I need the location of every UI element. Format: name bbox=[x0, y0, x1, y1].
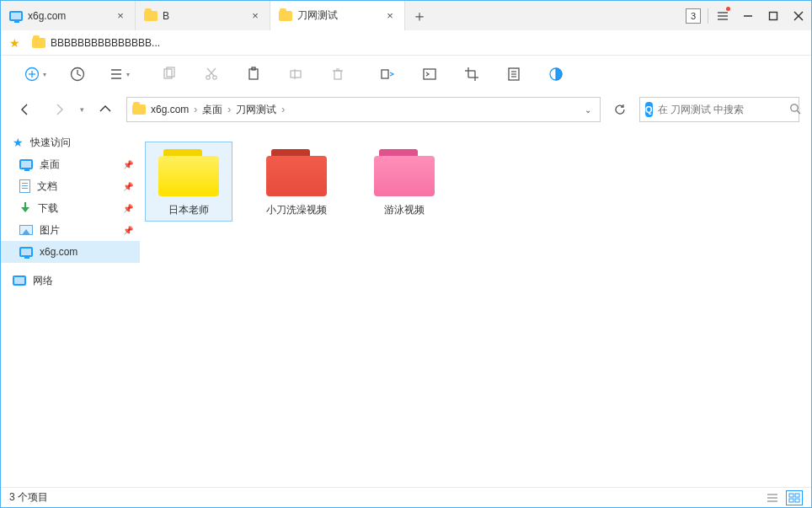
favorite-label: BBBBBBBBBBBBBBB... bbox=[51, 37, 160, 49]
sidebar-item-downloads[interactable]: 下载 📌 bbox=[1, 197, 140, 219]
close-icon[interactable]: × bbox=[249, 10, 261, 22]
details-view-button[interactable] bbox=[764, 490, 781, 505]
folder-icon bbox=[374, 146, 435, 196]
sidebar-item-x6g[interactable]: x6g.com bbox=[1, 241, 140, 263]
rename-button[interactable] bbox=[275, 56, 317, 93]
monitor-icon bbox=[19, 247, 33, 257]
refresh-button[interactable] bbox=[609, 97, 631, 122]
tab-label: B bbox=[163, 10, 244, 22]
status-text: 3 个项目 bbox=[9, 490, 48, 505]
search-box[interactable]: Q bbox=[639, 97, 799, 122]
folder-icon bbox=[144, 9, 158, 23]
folder-item[interactable]: 日本老师 bbox=[145, 142, 232, 222]
sidebar-label: 图片 bbox=[40, 223, 60, 238]
star-icon[interactable]: ★ bbox=[9, 36, 20, 50]
pin-icon: 📌 bbox=[123, 182, 133, 191]
tab-daowang[interactable]: 刀网测试 × bbox=[270, 1, 405, 30]
folder-item[interactable]: 游泳视频 bbox=[361, 142, 448, 222]
folder-label: 游泳视频 bbox=[384, 203, 425, 217]
pin-icon: 📌 bbox=[123, 204, 133, 213]
svg-line-41 bbox=[797, 110, 800, 114]
move-button[interactable] bbox=[366, 56, 409, 93]
search-brand-icon: Q bbox=[645, 102, 653, 117]
theme-button[interactable] bbox=[535, 56, 577, 93]
tab-label: x6g.com bbox=[28, 10, 110, 22]
sidebar-quick-access[interactable]: ★ 快速访问 bbox=[1, 131, 140, 153]
svg-rect-47 bbox=[789, 499, 793, 502]
paste-button[interactable] bbox=[232, 56, 275, 93]
svg-rect-29 bbox=[382, 70, 388, 78]
svg-rect-26 bbox=[334, 71, 341, 79]
folder-icon bbox=[266, 146, 327, 196]
breadcrumb-item[interactable]: x6g.com bbox=[149, 102, 190, 117]
document-icon bbox=[19, 179, 30, 193]
history-button[interactable] bbox=[56, 56, 99, 93]
svg-line-12 bbox=[77, 74, 81, 76]
sidebar: ★ 快速访问 桌面 📌 文档 📌 下载 📌 图片 📌 x6g.com bbox=[1, 126, 140, 487]
pin-icon: 📌 bbox=[123, 160, 133, 169]
history-dropdown[interactable]: ▾ bbox=[80, 105, 84, 114]
folder-label: 日本老师 bbox=[168, 203, 209, 217]
close-icon[interactable]: × bbox=[384, 10, 396, 22]
sidebar-item-desktop[interactable]: 桌面 📌 bbox=[1, 153, 140, 175]
search-icon[interactable] bbox=[789, 103, 801, 117]
delete-button[interactable] bbox=[317, 56, 359, 93]
monitor-icon bbox=[19, 159, 33, 169]
chevron-right-icon: › bbox=[227, 104, 231, 115]
svg-rect-46 bbox=[795, 494, 799, 497]
close-window-button[interactable] bbox=[786, 1, 811, 30]
search-input[interactable] bbox=[658, 104, 784, 115]
breadcrumb-item[interactable]: 刀网测试 bbox=[234, 101, 278, 119]
file-list: 日本老师 小刀洗澡视频 游泳视频 bbox=[140, 126, 811, 487]
folder-icon bbox=[158, 146, 219, 196]
view-button[interactable]: ▾ bbox=[99, 56, 141, 93]
folder-label: 小刀洗澡视频 bbox=[266, 203, 327, 217]
sidebar-item-pictures[interactable]: 图片 📌 bbox=[1, 219, 140, 241]
properties-button[interactable] bbox=[493, 56, 535, 93]
cut-button[interactable] bbox=[190, 56, 232, 93]
address-bar[interactable]: x6g.com › 桌面 › 刀网测试 › ⌄ bbox=[126, 97, 601, 122]
network-icon bbox=[13, 275, 26, 286]
up-button[interactable] bbox=[93, 97, 118, 122]
tab-label: 刀网测试 bbox=[297, 8, 379, 23]
new-button[interactable]: ▾ bbox=[14, 56, 56, 93]
toolbar: ▾ ▾ bbox=[1, 56, 811, 93]
tab-count-badge[interactable]: 3 bbox=[681, 1, 706, 30]
forward-button[interactable] bbox=[46, 97, 72, 122]
back-button[interactable] bbox=[13, 97, 38, 122]
close-icon[interactable]: × bbox=[115, 10, 126, 22]
new-tab-button[interactable]: ＋ bbox=[405, 1, 434, 30]
sidebar-label: 下载 bbox=[38, 201, 58, 216]
menu-button[interactable] bbox=[710, 1, 735, 30]
sidebar-item-documents[interactable]: 文档 📌 bbox=[1, 175, 140, 197]
svg-point-40 bbox=[790, 104, 797, 110]
folder-icon bbox=[132, 104, 146, 115]
picture-icon bbox=[19, 225, 33, 235]
monitor-icon bbox=[9, 9, 23, 23]
svg-point-19 bbox=[213, 76, 216, 79]
folder-icon bbox=[279, 9, 292, 23]
copy-button[interactable] bbox=[148, 56, 190, 93]
icons-view-button[interactable] bbox=[786, 490, 803, 505]
pin-icon: 📌 bbox=[123, 226, 133, 235]
svg-rect-24 bbox=[291, 71, 301, 78]
maximize-button[interactable] bbox=[761, 1, 786, 30]
svg-rect-48 bbox=[795, 499, 799, 502]
sidebar-label: x6g.com bbox=[40, 246, 77, 258]
folder-item[interactable]: 小刀洗澡视频 bbox=[253, 142, 340, 222]
body: ★ 快速访问 桌面 📌 文档 📌 下载 📌 图片 📌 x6g.com bbox=[1, 126, 811, 487]
breadcrumb: x6g.com › 桌面 › 刀网测试 › bbox=[149, 101, 578, 119]
favorite-item[interactable]: BBBBBBBBBBBBBBB... bbox=[27, 35, 165, 51]
favorites-bar: ★ BBBBBBBBBBBBBBB... bbox=[1, 30, 811, 56]
tab-bar: x6g.com × B × 刀网测试 × ＋ 3 bbox=[1, 1, 811, 30]
crop-button[interactable] bbox=[451, 56, 493, 93]
minimize-button[interactable] bbox=[735, 1, 761, 30]
sidebar-network[interactable]: 网络 bbox=[1, 270, 140, 291]
download-icon bbox=[19, 202, 31, 214]
tab-b[interactable]: B × bbox=[136, 1, 270, 30]
sidebar-label: 快速访问 bbox=[30, 136, 71, 150]
terminal-button[interactable] bbox=[409, 56, 451, 93]
breadcrumb-item[interactable]: 桌面 bbox=[200, 101, 224, 119]
tab-x6g[interactable]: x6g.com × bbox=[1, 1, 136, 30]
address-dropdown[interactable]: ⌄ bbox=[581, 105, 595, 115]
